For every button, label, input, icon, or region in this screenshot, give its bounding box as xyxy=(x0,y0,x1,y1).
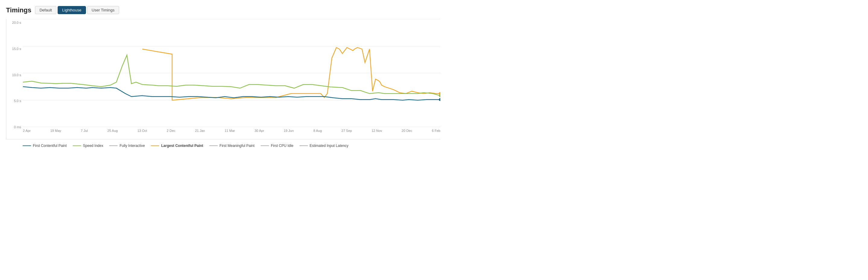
x-label-dec2: 2 Dec xyxy=(167,129,176,133)
x-label-feb6: 6 Feb xyxy=(432,129,440,133)
y-axis: 0 ms 5.0 s 10.0 s 15.0 s 20.0 s xyxy=(6,19,23,127)
x-label-jun19: 19 Jun xyxy=(284,129,294,133)
chart-svg xyxy=(23,19,440,127)
lcp-line xyxy=(142,47,440,100)
legend-cpu-idle-label: First CPU Idle xyxy=(271,144,293,148)
y-label-20s: 20.0 s xyxy=(6,21,23,24)
legend-fi-line xyxy=(109,145,118,146)
panel-title: Timings xyxy=(6,6,31,14)
legend-fmp-line xyxy=(209,145,218,146)
y-label-5s: 5.0 s xyxy=(6,99,23,103)
x-label-oct13: 13 Oct xyxy=(137,129,147,133)
legend-lcp: Largest Contentful Paint xyxy=(151,144,203,148)
tab-lighthouse[interactable]: Lighthouse xyxy=(58,6,86,14)
legend-fi-label: Fully Interactive xyxy=(119,144,145,148)
x-label-may19: 19 May xyxy=(50,129,61,133)
legend-fcp-line xyxy=(23,145,31,146)
y-label-10s: 10.0 s xyxy=(6,73,23,77)
tab-group: Default Lighthouse User Timings xyxy=(35,6,119,14)
legend-cpu-idle: First CPU Idle xyxy=(260,144,293,148)
legend-lcp-label: Largest Contentful Paint xyxy=(161,144,203,148)
fcp-line xyxy=(23,87,440,100)
x-label-nov12: 12 Nov xyxy=(372,129,382,133)
legend-fcp-label: First Contentful Paint xyxy=(33,144,67,148)
legend-fmp-label: First Meaningful Paint xyxy=(220,144,254,148)
x-label-apr2: 2 Apr xyxy=(23,129,31,133)
legend-fmp: First Meaningful Paint xyxy=(209,144,254,148)
x-label-jan21: 21 Jan xyxy=(195,129,205,133)
lcp-end-dot xyxy=(439,92,440,95)
legend-eil-label: Estimated Input Latency xyxy=(310,144,349,148)
x-axis: 2 Apr 19 May 7 Jul 25 Aug 13 Oct 2 Dec 2… xyxy=(23,127,440,139)
legend-fcp: First Contentful Paint xyxy=(23,144,67,148)
legend-si-line xyxy=(73,145,81,146)
x-label-dec20: 20 Dec xyxy=(402,129,412,133)
legend-si: Speed Index xyxy=(73,144,103,148)
tab-default[interactable]: Default xyxy=(35,6,56,14)
si-line xyxy=(23,55,440,96)
panel-header: Timings Default Lighthouse User Timings xyxy=(6,6,440,14)
legend-fi: Fully Interactive xyxy=(109,144,145,148)
x-label-aug8: 8 Aug xyxy=(313,129,322,133)
x-label-jul7: 7 Jul xyxy=(81,129,88,133)
legend-eil: Estimated Input Latency xyxy=(300,144,349,148)
legend-eil-line xyxy=(300,145,308,146)
legend-lcp-line xyxy=(151,145,159,146)
x-label-apr30: 30 Apr xyxy=(254,129,264,133)
legend-cpu-idle-line xyxy=(260,145,269,146)
x-label-aug25: 25 Aug xyxy=(107,129,118,133)
x-label-sep27: 27 Sep xyxy=(341,129,352,133)
fcp-end-dot xyxy=(439,98,440,101)
y-label-15s: 15.0 s xyxy=(6,47,23,50)
x-label-mar11: 11 Mar xyxy=(225,129,235,133)
chart-legend: First Contentful Paint Speed Index Fully… xyxy=(6,144,440,148)
chart-area: 0 ms 5.0 s 10.0 s 15.0 s 20.0 s xyxy=(6,19,440,139)
y-label-0ms: 0 ms xyxy=(6,125,23,129)
legend-si-label: Speed Index xyxy=(83,144,103,148)
tab-user-timings[interactable]: User Timings xyxy=(87,6,119,14)
timings-panel: Timings Default Lighthouse User Timings … xyxy=(6,6,440,148)
